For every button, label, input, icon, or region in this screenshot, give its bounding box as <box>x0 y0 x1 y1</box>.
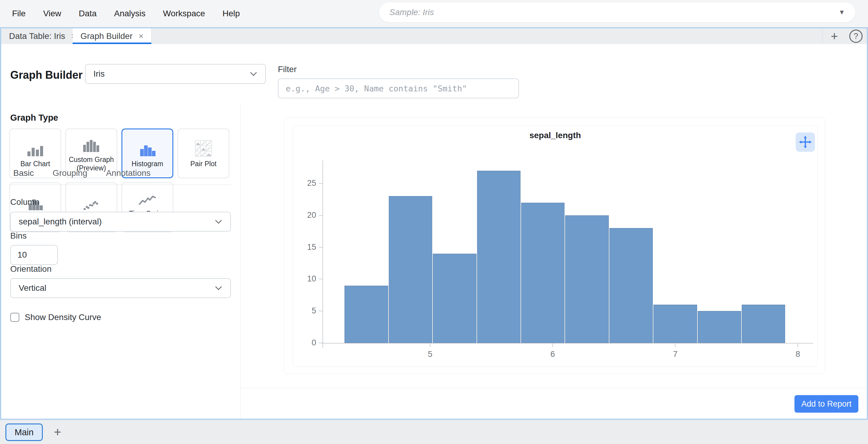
filter-input[interactable] <box>278 79 519 98</box>
histogram-bar[interactable] <box>433 254 476 343</box>
workspace-tab-main[interactable]: Main <box>5 423 43 441</box>
settings-tabs: Basic Grouping Annotations <box>13 168 151 178</box>
y-tick-label: 5 <box>298 306 316 316</box>
x-tick-label: 7 <box>663 350 687 359</box>
orientation-label: Orientation <box>10 264 52 274</box>
x-tick-mark <box>675 344 675 347</box>
y-tick-label: 20 <box>298 211 316 220</box>
filter-label: Filter <box>278 64 297 74</box>
y-tick-label: 0 <box>298 338 316 348</box>
bins-input[interactable] <box>10 245 58 265</box>
column-label: Column <box>10 197 39 207</box>
dataset-select[interactable]: Iris <box>85 64 266 84</box>
help-button[interactable]: ? <box>849 29 863 43</box>
density-curve-row: Show Density Curve <box>10 313 101 322</box>
help-icon: ? <box>849 30 863 43</box>
pan-tool-button[interactable] <box>796 132 815 152</box>
chart-pane: sepal_length 05101520255678 Add to Repor… <box>241 105 867 419</box>
x-tick-mark <box>553 344 553 347</box>
graph-settings-panel: Graph Type Bar Chart <box>1 105 241 419</box>
add-to-report-button[interactable]: Add to Report <box>795 395 858 413</box>
document-tabstrip: Data Table: Iris × Graph Builder × + ? <box>1 28 867 44</box>
histogram-bar[interactable] <box>698 311 741 343</box>
menu-view[interactable]: View <box>43 9 61 19</box>
histogram-plot[interactable]: 05101520255678 <box>321 160 813 343</box>
column-select-value: sepal_length (interval) <box>19 217 215 227</box>
y-axis-line <box>322 160 323 348</box>
histogram-bar[interactable] <box>344 286 388 343</box>
y-tick-label: 15 <box>298 242 316 252</box>
density-curve-checkbox[interactable] <box>10 313 19 322</box>
tab-data-table-iris[interactable]: Data Table: Iris × <box>1 28 84 44</box>
chart-panel: sepal_length 05101520255678 <box>284 117 825 374</box>
move-crosshair-icon <box>799 136 812 149</box>
tab-grouping[interactable]: Grouping <box>53 168 87 178</box>
histogram-bar[interactable] <box>653 305 697 343</box>
chart-card: sepal_length 05101520255678 <box>293 125 818 367</box>
chart-title: sepal_length <box>293 130 817 140</box>
histogram-icon <box>138 139 157 157</box>
builder-header: Graph Builder Iris Filter Examples: Age … <box>1 44 867 104</box>
graph-type-label: Histogram <box>132 160 163 168</box>
x-axis-line <box>321 343 813 344</box>
tab-label: Data Table: Iris <box>9 31 65 41</box>
pair-plot-icon <box>195 139 212 157</box>
histogram-bar[interactable] <box>565 215 609 343</box>
y-tick-mark <box>319 311 322 311</box>
menu-analysis[interactable]: Analysis <box>114 9 145 19</box>
menu-data[interactable]: Data <box>79 9 96 19</box>
custom-graph-icon <box>82 135 101 153</box>
bins-label: Bins <box>10 231 27 241</box>
close-icon[interactable]: × <box>138 31 144 41</box>
bar-chart-icon <box>26 139 45 157</box>
tab-label: Graph Builder <box>81 31 133 41</box>
y-tick-label: 25 <box>298 179 316 188</box>
orientation-select[interactable]: Vertical <box>10 278 231 298</box>
x-tick-label: 8 <box>786 350 810 359</box>
tab-graph-builder[interactable]: Graph Builder × <box>73 28 152 44</box>
y-tick-mark <box>319 247 322 248</box>
column-select[interactable]: sepal_length (interval) <box>10 212 231 232</box>
histogram-bar[interactable] <box>477 171 521 343</box>
menu-workspace[interactable]: Workspace <box>163 9 205 19</box>
menu-file[interactable]: File <box>12 9 26 19</box>
graph-type-heading: Graph Type <box>10 113 58 123</box>
chevron-down-icon <box>215 219 222 224</box>
add-workspace-tab-button[interactable]: + <box>49 423 66 441</box>
x-tick-label: 6 <box>541 350 565 359</box>
x-tick-mark <box>430 344 430 347</box>
tab-basic[interactable]: Basic <box>13 168 34 178</box>
time-series-icon <box>138 188 157 207</box>
new-tab-button[interactable]: + <box>822 28 846 44</box>
histogram-bar[interactable] <box>610 228 653 343</box>
histogram-bar[interactable] <box>521 203 564 343</box>
tab-annotations[interactable]: Annotations <box>106 168 151 178</box>
graph-type-pair-plot[interactable]: Pair Plot <box>178 128 229 178</box>
y-tick-mark <box>319 343 322 343</box>
x-tick-mark <box>798 344 798 347</box>
sample-dataset-selector[interactable]: Sample: Iris ▼ <box>379 2 855 22</box>
chevron-down-icon <box>215 286 222 291</box>
graph-type-label: Pair Plot <box>190 160 217 168</box>
graph-type-label: Bar Chart <box>21 160 50 168</box>
x-tick-label: 5 <box>418 350 442 359</box>
page-title: Graph Builder <box>10 69 83 82</box>
density-curve-label: Show Density Curve <box>25 313 101 322</box>
histogram-bar[interactable] <box>389 196 432 343</box>
y-tick-label: 10 <box>298 274 316 284</box>
menubar: File View Data Analysis Workspace Help S… <box>0 0 868 27</box>
dropdown-arrow-icon: ▼ <box>838 8 845 16</box>
scatter-plot-icon <box>82 193 101 211</box>
sample-selector-value: Sample: Iris <box>390 7 838 17</box>
workspace-bar: Main + <box>0 420 868 444</box>
y-tick-mark <box>319 279 322 279</box>
dataset-select-value: Iris <box>93 69 250 79</box>
chevron-down-icon <box>250 71 257 76</box>
app-window: Data Table: Iris × Graph Builder × + ? G… <box>0 27 868 420</box>
histogram-bar[interactable] <box>742 305 785 343</box>
menu-help[interactable]: Help <box>222 9 240 19</box>
y-tick-mark <box>319 183 322 184</box>
y-tick-mark <box>319 215 322 216</box>
orientation-select-value: Vertical <box>19 283 215 293</box>
